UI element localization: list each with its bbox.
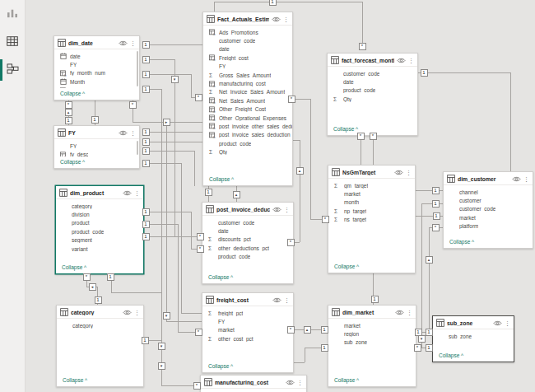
table-card-nsgmtarget[interactable]: NsGmTarget⋮Σgm_targetmarketmonthΣnp_targ… (328, 165, 416, 273)
table-header-manufacturing_cost[interactable]: manufacturing_cost⋮ (201, 376, 306, 389)
collapse-link[interactable]: Collapse ^ (202, 272, 293, 283)
field-row[interactable]: fxNet_Sales_Amount (203, 96, 292, 105)
field-row[interactable]: fxfy_desc (54, 150, 139, 156)
table-header-category[interactable]: category⋮ (57, 306, 143, 319)
field-row[interactable]: category (57, 321, 143, 329)
more-options-icon[interactable]: ⋮ (407, 310, 412, 315)
field-row[interactable]: market (328, 321, 416, 329)
relationship-line[interactable] (293, 140, 300, 141)
relationship-line[interactable] (293, 99, 310, 100)
more-options-icon[interactable]: ⋮ (284, 207, 290, 212)
table-card-sub_zone[interactable]: sub_zone⋮sub_zoneCollapse ^ (432, 315, 514, 362)
relationship-line[interactable] (361, 138, 361, 165)
field-row[interactable]: division (56, 210, 143, 218)
relationship-line[interactable] (161, 385, 196, 386)
table-header-dim_product[interactable]: dim_product⋮ (56, 186, 143, 199)
relationship-line[interactable] (510, 72, 511, 171)
visibility-eye-icon[interactable] (119, 40, 128, 46)
more-options-icon[interactable]: ⋮ (134, 310, 140, 315)
field-row[interactable]: date (203, 45, 292, 54)
visibility-eye-icon[interactable] (123, 190, 132, 196)
table-card-freight_cost[interactable]: freight_cost⋮Σfreight_pctFYmarketΣother_… (202, 292, 294, 373)
relationship-line[interactable] (166, 321, 202, 322)
relationship-line[interactable] (294, 362, 305, 363)
collapse-link[interactable]: Collapse ^ (54, 156, 139, 168)
field-row[interactable]: fxpost_invoice_sales_deduction_a... (203, 131, 292, 139)
relationship-line[interactable] (174, 59, 175, 236)
field-row[interactable]: Σother_cost_pct (202, 334, 293, 343)
relationship-line[interactable] (305, 348, 305, 362)
field-row[interactable]: region (328, 329, 416, 338)
field-row[interactable]: ΣQty (328, 95, 417, 103)
relationship-line[interactable] (214, 2, 362, 2)
field-row[interactable]: Σns_target (328, 216, 415, 224)
field-row[interactable]: Σother_deductions_pct (202, 244, 293, 252)
collapse-link[interactable]: Collapse ^ (433, 350, 514, 362)
relationship-line[interactable] (429, 227, 430, 332)
visibility-eye-icon[interactable] (512, 176, 521, 182)
more-options-icon[interactable]: ⋮ (406, 170, 412, 175)
field-row[interactable]: customer_code (202, 218, 293, 226)
collapse-link[interactable]: Collapse ^ (202, 361, 293, 372)
field-row[interactable]: product_code (203, 139, 292, 147)
field-row[interactable]: ΣNet_Invoice_Sales_Amount (203, 88, 292, 96)
field-row[interactable]: month (328, 198, 415, 207)
table-card-manufacturing_cost[interactable]: manufacturing_cost⋮Collapse ^ (200, 375, 307, 392)
field-row[interactable]: FY (54, 60, 139, 68)
field-row[interactable]: fxQuarter (54, 86, 139, 88)
relationship-line[interactable] (145, 224, 178, 225)
field-row[interactable]: customer_code (328, 69, 417, 77)
relationship-line[interactable] (145, 212, 191, 212)
relationship-line[interactable] (145, 142, 202, 142)
visibility-eye-icon[interactable] (272, 16, 281, 22)
table-header-dim_customer[interactable]: dim_customer⋮ (444, 172, 533, 185)
table-header-nsgmtarget[interactable]: NsGmTarget⋮ (328, 166, 415, 179)
visibility-eye-icon[interactable] (119, 130, 128, 136)
table-card-fact_actuals_estimates[interactable]: Fact_Actuals_Estimates⋮fxAds_Promotionsc… (202, 12, 293, 186)
field-row[interactable]: Month (54, 77, 139, 86)
visibility-eye-icon[interactable] (286, 380, 295, 385)
relationship-line[interactable] (161, 89, 162, 385)
field-row[interactable]: Σfreight_pct (202, 309, 293, 317)
collapse-link[interactable]: Collapse ^ (57, 375, 143, 386)
relationship-line[interactable] (191, 74, 192, 97)
field-row[interactable]: market (328, 189, 415, 198)
table-header-freight_cost[interactable]: freight_cost⋮ (202, 293, 293, 306)
visibility-eye-icon[interactable] (493, 320, 502, 326)
report-view-button[interactable] (0, 0, 25, 28)
relationship-line[interactable] (145, 44, 202, 45)
collapse-link[interactable]: Collapse ^ (328, 375, 416, 386)
field-row[interactable]: fxOther_Freight_Cost (203, 105, 292, 114)
relationship-line[interactable] (111, 292, 161, 293)
relationship-line[interactable] (181, 313, 202, 314)
field-row[interactable]: sub_zone (328, 338, 416, 347)
collapse-link[interactable]: Collapse ^ (56, 262, 143, 273)
field-row[interactable]: channel (444, 188, 533, 196)
field-row[interactable]: platform (444, 222, 533, 231)
field-row[interactable]: date (202, 226, 293, 235)
relationship-line[interactable] (191, 212, 192, 249)
more-options-icon[interactable]: ⋮ (130, 40, 136, 46)
more-options-icon[interactable]: ⋮ (130, 130, 136, 136)
visibility-eye-icon[interactable] (394, 170, 403, 175)
field-row[interactable]: sub_zone (433, 332, 514, 340)
field-row[interactable]: fxFreight_cost (203, 54, 292, 62)
relationship-line[interactable] (421, 203, 422, 348)
collapse-link[interactable]: Collapse ^ (444, 236, 533, 248)
table-card-category[interactable]: category⋮categoryCollapse ^ (56, 305, 144, 387)
field-row[interactable]: variant (56, 245, 143, 253)
field-row[interactable]: FY (54, 142, 139, 150)
field-row[interactable]: product_code (328, 86, 417, 95)
field-row[interactable]: product_code (56, 227, 143, 236)
field-row[interactable]: fxAds_Promotions (203, 28, 292, 36)
relationship-line[interactable] (362, 2, 363, 48)
relationship-line[interactable] (145, 163, 181, 164)
visibility-eye-icon[interactable] (123, 310, 132, 315)
table-card-fact_forecast_monthly[interactable]: fact_forecast_monthly⋮customer_codedatep… (327, 53, 418, 136)
field-row[interactable]: customer_code (444, 205, 533, 213)
field-row[interactable]: FY (203, 63, 292, 71)
more-options-icon[interactable]: ⋮ (134, 190, 140, 196)
field-row[interactable]: ΣGross_Sales_Amount (203, 71, 292, 79)
field-row[interactable]: date (328, 77, 417, 86)
field-row[interactable]: product (56, 219, 143, 227)
